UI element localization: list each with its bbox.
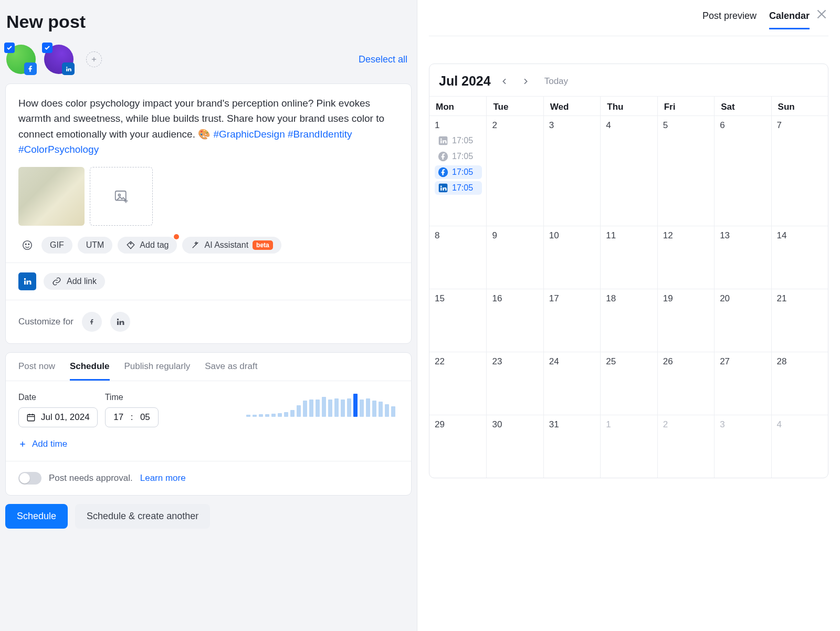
- schedule-create-another-button[interactable]: Schedule & create another: [75, 504, 210, 529]
- account-avatar-facebook[interactable]: [6, 45, 36, 74]
- approval-toggle[interactable]: [18, 472, 41, 485]
- svg-point-8: [28, 244, 29, 245]
- calendar-cell[interactable]: 4: [600, 115, 657, 226]
- ai-assistant-chip[interactable]: AI Assistant beta: [182, 237, 281, 254]
- account-avatar-linkedin[interactable]: [44, 45, 74, 74]
- time-minute: 05: [138, 412, 152, 423]
- date-value: Jul 01, 2024: [41, 412, 90, 423]
- calendar-cell[interactable]: 6: [714, 115, 771, 226]
- calendar-cell[interactable]: 30: [486, 415, 543, 478]
- calendar-cell[interactable]: 27: [714, 352, 771, 415]
- histogram-bar: [322, 397, 326, 416]
- facebook-icon: [24, 62, 37, 75]
- customize-linkedin-button[interactable]: [110, 312, 130, 332]
- calendar-cell[interactable]: 22: [429, 352, 486, 415]
- calendar-cell[interactable]: 20: [714, 289, 771, 352]
- calendar-cell[interactable]: 12: [657, 226, 714, 289]
- calendar-cell[interactable]: 17: [543, 289, 600, 352]
- calendar-cell[interactable]: 13: [714, 226, 771, 289]
- day-number: 14: [777, 230, 824, 241]
- day-number: 3: [549, 120, 596, 131]
- calendar-cell[interactable]: 25: [600, 352, 657, 415]
- add-tag-chip[interactable]: Add tag: [118, 237, 177, 254]
- facebook-icon: [438, 151, 448, 162]
- chevron-left-icon: [500, 77, 509, 86]
- calendar-cell[interactable]: 15: [429, 289, 486, 352]
- approval-row: Post needs approval. Learn more: [6, 461, 411, 495]
- calendar-cell[interactable]: 5: [657, 115, 714, 226]
- calendar-cell[interactable]: 2: [486, 115, 543, 226]
- calendar-cell[interactable]: 7: [771, 115, 828, 226]
- day-number: 2: [492, 120, 539, 131]
- media-thumbnail[interactable]: [18, 167, 85, 226]
- calendar-cell[interactable]: 9: [486, 226, 543, 289]
- calendar-cell[interactable]: 8: [429, 226, 486, 289]
- date-input[interactable]: Jul 01, 2024: [18, 407, 98, 427]
- calendar-panel: Jul 2024 Today MonTueWedThuFriSatSun117:…: [429, 64, 828, 478]
- weekday-header: Mon: [429, 96, 486, 115]
- tab-post-preview[interactable]: Post preview: [702, 10, 757, 29]
- schedule-button[interactable]: Schedule: [5, 504, 68, 529]
- day-number: 10: [549, 230, 596, 241]
- day-number: 31: [549, 419, 596, 430]
- day-number: 30: [492, 419, 539, 430]
- histogram-bar: [253, 415, 257, 416]
- next-month-button[interactable]: [518, 75, 533, 88]
- weekday-header: Tue: [486, 96, 543, 115]
- calendar-cell[interactable]: 24: [543, 352, 600, 415]
- time-label: Time: [105, 393, 159, 402]
- calendar-cell[interactable]: 26: [657, 352, 714, 415]
- close-button[interactable]: [815, 7, 828, 21]
- day-number: 20: [720, 293, 766, 304]
- calendar-cell[interactable]: 16: [486, 289, 543, 352]
- calendar-cell[interactable]: 11: [600, 226, 657, 289]
- today-button[interactable]: Today: [544, 76, 568, 87]
- day-number: 28: [777, 356, 824, 367]
- calendar-cell[interactable]: 1: [600, 415, 657, 478]
- linkedin-addlink-row: Add link: [6, 262, 411, 300]
- utm-chip[interactable]: UTM: [78, 237, 113, 254]
- linkedin-icon: [116, 317, 125, 327]
- customize-facebook-button[interactable]: [82, 312, 102, 332]
- calendar-event[interactable]: 17:05: [435, 165, 482, 179]
- calendar-cell[interactable]: 10: [543, 226, 600, 289]
- calendar-cell[interactable]: 23: [486, 352, 543, 415]
- calendar-cell[interactable]: 14: [771, 226, 828, 289]
- calendar-event[interactable]: 17:05: [435, 181, 482, 195]
- calendar-cell[interactable]: 3: [714, 415, 771, 478]
- tab-calendar[interactable]: Calendar: [769, 10, 810, 29]
- post-text[interactable]: How does color psychology impact your br…: [18, 96, 398, 157]
- calendar-cell[interactable]: 2: [657, 415, 714, 478]
- add-media-button[interactable]: [90, 167, 153, 226]
- calendar-event[interactable]: 17:05: [435, 134, 482, 148]
- tab-schedule[interactable]: Schedule: [70, 361, 110, 381]
- calendar-cell[interactable]: 21: [771, 289, 828, 352]
- tab-save-as-draft[interactable]: Save as draft: [205, 361, 257, 381]
- prev-month-button[interactable]: [497, 75, 512, 88]
- calendar-cell[interactable]: 29: [429, 415, 486, 478]
- calendar-cell[interactable]: 19: [657, 289, 714, 352]
- calendar-cell[interactable]: 117:0517:0517:0517:05: [429, 115, 486, 226]
- emoji-button[interactable]: [18, 236, 36, 254]
- histogram-bar: [297, 405, 301, 417]
- approval-text: Post needs approval.: [49, 473, 133, 483]
- add-account-button[interactable]: [86, 51, 102, 67]
- calendar-cell[interactable]: 28: [771, 352, 828, 415]
- tab-publish-regularly[interactable]: Publish regularly: [124, 361, 191, 381]
- day-number: 17: [549, 293, 596, 304]
- add-link-chip[interactable]: Add link: [44, 273, 105, 290]
- gif-chip[interactable]: GIF: [41, 237, 72, 254]
- day-number: 29: [435, 419, 482, 430]
- deselect-all-link[interactable]: Deselect all: [359, 54, 412, 65]
- time-input[interactable]: 17 : 05: [105, 407, 159, 427]
- calendar-cell[interactable]: 3: [543, 115, 600, 226]
- day-number: 15: [435, 293, 482, 304]
- calendar-cell[interactable]: 18: [600, 289, 657, 352]
- add-time-button[interactable]: Add time: [6, 437, 411, 461]
- learn-more-link[interactable]: Learn more: [140, 473, 186, 483]
- calendar-cell[interactable]: 31: [543, 415, 600, 478]
- calendar-cell[interactable]: 4: [771, 415, 828, 478]
- calendar-event[interactable]: 17:05: [435, 150, 482, 163]
- add-time-label: Add time: [32, 439, 67, 449]
- tab-post-now[interactable]: Post now: [18, 361, 55, 381]
